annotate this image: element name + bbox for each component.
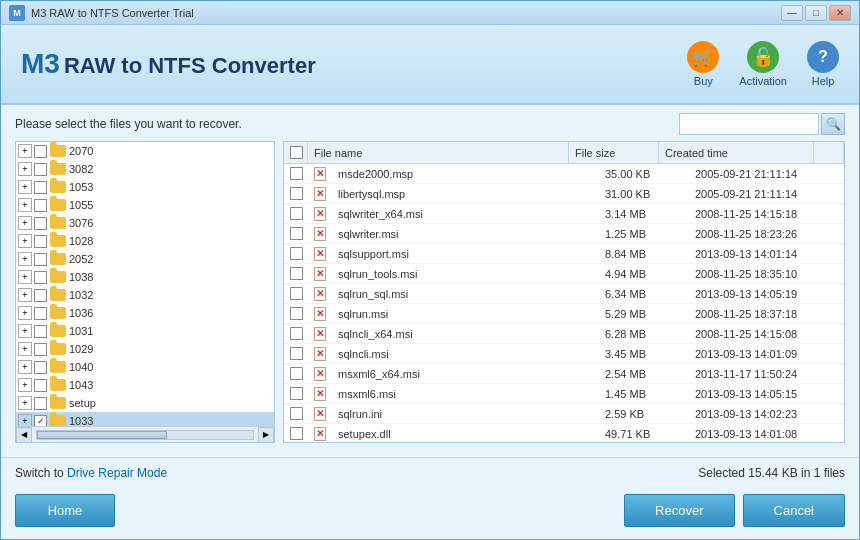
scroll-right-arrow[interactable]: ▶ [258,427,274,443]
tree-checkbox[interactable] [34,217,47,230]
file-checkbox[interactable] [290,307,303,320]
tree-expand-btn[interactable]: + [18,198,32,212]
table-row[interactable]: ✕sqlrun.msi5.29 MB2008-11-25 18:37:18 [284,304,844,324]
file-checkbox[interactable] [290,387,303,400]
search-button[interactable]: 🔍 [821,113,845,135]
table-row[interactable]: ✕sqlrun_sql.msi6.34 MB2013-09-13 14:05:1… [284,284,844,304]
tree-expand-btn[interactable]: + [18,342,32,356]
file-checkbox[interactable] [290,427,303,440]
tree-checkbox[interactable] [34,289,47,302]
table-row[interactable]: ✕sqlrun_tools.msi4.94 MB2008-11-25 18:35… [284,264,844,284]
drive-repair-link[interactable]: Drive Repair Mode [67,466,167,480]
tree-checkbox[interactable] [34,271,47,284]
tree-expand-btn[interactable]: + [18,324,32,338]
tree-expand-btn[interactable]: + [18,396,32,410]
minimize-button[interactable]: — [781,5,803,21]
file-checkbox[interactable] [290,327,303,340]
tree-checkbox[interactable] [34,235,47,248]
table-row[interactable]: ✕sqlsupport.msi8.84 MB2013-09-13 14:01:1… [284,244,844,264]
table-row[interactable]: ✕libertysql.msp31.00 KB2005-09-21 21:11:… [284,184,844,204]
tree-horizontal-scrollbar[interactable]: ◀ ▶ [16,426,274,442]
tree-expand-btn[interactable]: + [18,180,32,194]
tree-item[interactable]: +1033 [16,412,274,426]
tree-expand-btn[interactable]: + [18,162,32,176]
file-created-time: 2013-11-17 11:50:24 [689,368,844,380]
select-all-checkbox[interactable] [290,146,303,159]
tree-item[interactable]: +1043 [16,376,274,394]
cancel-button[interactable]: Cancel [743,494,845,527]
file-checkbox-cell [284,227,308,240]
tree-checkbox[interactable] [34,181,47,194]
tree-item[interactable]: +1032 [16,286,274,304]
file-checkbox[interactable] [290,267,303,280]
tree-item[interactable]: +1031 [16,322,274,340]
tree-expand-btn[interactable]: + [18,270,32,284]
help-button[interactable]: ? Help [807,41,839,87]
file-checkbox-cell [284,407,308,420]
file-checkbox[interactable] [290,347,303,360]
tree-expand-btn[interactable]: + [18,414,32,426]
tree-checkbox[interactable] [34,253,47,266]
file-checkbox-cell [284,387,308,400]
tree-item[interactable]: +1038 [16,268,274,286]
table-row[interactable]: ✕msde2000.msp35.00 KB2005-09-21 21:11:14 [284,164,844,184]
file-checkbox[interactable] [290,187,303,200]
file-checkbox[interactable] [290,227,303,240]
table-row[interactable]: ✕msxml6_x64.msi2.54 MB2013-11-17 11:50:2… [284,364,844,384]
tree-checkbox[interactable] [34,415,47,427]
tree-item[interactable]: +1028 [16,232,274,250]
tree-item[interactable]: +1029 [16,340,274,358]
file-checkbox[interactable] [290,407,303,420]
table-row[interactable]: ✕sqlwriter_x64.msi3.14 MB2008-11-25 14:1… [284,204,844,224]
tree-checkbox[interactable] [34,361,47,374]
file-checkbox[interactable] [290,167,303,180]
close-button[interactable]: ✕ [829,5,851,21]
table-row[interactable]: ✕sqlrun.ini2.59 KB2013-09-13 14:02:23 [284,404,844,424]
tree-checkbox[interactable] [34,379,47,392]
tree-expand-btn[interactable]: + [18,234,32,248]
tree-item[interactable]: +3076 [16,214,274,232]
file-checkbox[interactable] [290,247,303,260]
file-created-time: 2008-11-25 18:35:10 [689,268,844,280]
scroll-left-arrow[interactable]: ◀ [16,427,32,443]
tree-expand-btn[interactable]: + [18,378,32,392]
tree-item[interactable]: +1036 [16,304,274,322]
tree-checkbox[interactable] [34,397,47,410]
tree-checkbox[interactable] [34,307,47,320]
file-checkbox[interactable] [290,207,303,220]
table-row[interactable]: ✕setupex.dll49.71 KB2013-09-13 14:01:08 [284,424,844,442]
file-checkbox-cell [284,247,308,260]
tree-expand-btn[interactable]: + [18,306,32,320]
tree-item[interactable]: +setup [16,394,274,412]
table-row[interactable]: ✕sqlncli_x64.msi6.28 MB2008-11-25 14:15:… [284,324,844,344]
maximize-button[interactable]: □ [805,5,827,21]
tree-content[interactable]: +2070+3082+1053+1055+3076+1028+2052+1038… [16,142,274,426]
tree-item[interactable]: +1040 [16,358,274,376]
tree-item[interactable]: +1053 [16,178,274,196]
search-input[interactable] [679,113,819,135]
tree-checkbox[interactable] [34,163,47,176]
table-row[interactable]: ✕sqlwriter.msi1.25 MB2008-11-25 18:23:26 [284,224,844,244]
tree-item[interactable]: +1055 [16,196,274,214]
home-button[interactable]: Home [15,494,115,527]
tree-checkbox[interactable] [34,199,47,212]
tree-expand-btn[interactable]: + [18,360,32,374]
table-row[interactable]: ✕sqlncli.msi3.45 MB2013-09-13 14:01:09 [284,344,844,364]
table-row[interactable]: ✕msxml6.msi1.45 MB2013-09-13 14:05:15 [284,384,844,404]
file-list[interactable]: ✕msde2000.msp35.00 KB2005-09-21 21:11:14… [284,164,844,442]
activation-button[interactable]: 🔓 Activation [739,41,787,87]
buy-button[interactable]: 🛒 Buy [687,41,719,87]
tree-expand-btn[interactable]: + [18,252,32,266]
tree-item[interactable]: +2070 [16,142,274,160]
tree-item[interactable]: +2052 [16,250,274,268]
tree-checkbox[interactable] [34,343,47,356]
tree-expand-btn[interactable]: + [18,144,32,158]
tree-checkbox[interactable] [34,145,47,158]
recover-button[interactable]: Recover [624,494,734,527]
file-checkbox[interactable] [290,367,303,380]
file-checkbox[interactable] [290,287,303,300]
tree-item[interactable]: +3082 [16,160,274,178]
tree-expand-btn[interactable]: + [18,288,32,302]
tree-checkbox[interactable] [34,325,47,338]
tree-expand-btn[interactable]: + [18,216,32,230]
